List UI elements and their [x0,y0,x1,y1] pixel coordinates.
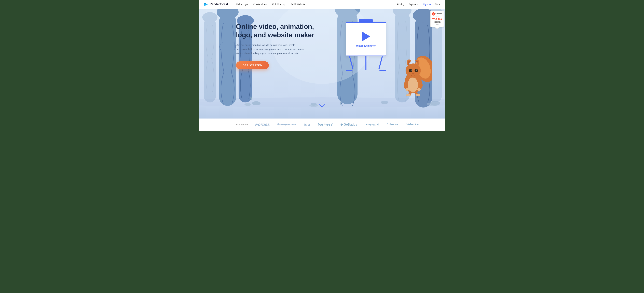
play-icon [362,32,370,42]
lifehacker-logo[interactable]: lifehacker [406,123,420,126]
svg-point-39 [416,72,418,74]
easel-leg-right [378,56,383,70]
logo-text: Renderforest [210,2,228,6]
brand-logos: Forbes Entrepreneur iuu businessi ⊕ GoDa… [255,122,420,127]
software-label: SOFTWARE COMPANIES [432,20,442,24]
svg-point-40 [418,74,418,74]
hero-content: Online video, animation, logo, and websi… [199,9,317,69]
nav-create-video[interactable]: Create Video [253,3,267,6]
svg-point-34 [411,70,412,70]
seen-on-section: As seen on: Forbes Entrepreneur iuu busi… [199,118,445,131]
svg-point-38 [408,74,409,74]
svg-point-36 [412,73,414,74]
nav-make-logo[interactable]: Make Logo [236,3,248,6]
easel-canvas[interactable]: Watch Explainer [346,22,386,56]
g2-logo-row: G CROWD [432,12,442,16]
explore-chevron-icon [417,4,419,5]
nav-pricing[interactable]: Pricing [397,3,404,6]
watch-explainer-label: Watch Explainer [356,44,376,47]
year-label: 2019 [432,24,442,26]
crazyegg-logo[interactable]: crazyegg ⊙ [364,123,379,126]
among-label: AMONG [432,16,442,18]
iuu-logo[interactable]: iuu [304,122,310,127]
svg-point-42 [417,88,420,91]
get-started-button[interactable]: GET STARTED [236,61,269,69]
entrepreneur-logo[interactable]: Entrepreneur [277,123,296,126]
squirrel-svg [398,48,432,96]
nav-build-website[interactable]: Build Website [291,3,305,6]
lifewire-logo[interactable]: Lifewire [387,123,398,126]
svg-point-30 [408,77,418,92]
svg-point-32 [409,69,412,72]
hero-section: G CROWD AMONG TOP 100 SOFTWARE COMPANIES… [199,9,445,118]
business-logo[interactable]: businessi [318,122,333,126]
nav-explore[interactable]: Explore [408,3,419,6]
easel-foot-right [380,70,386,71]
lang-chevron-icon [439,4,440,5]
easel-feet [344,70,388,71]
top100-label: TOP 100 [432,18,442,20]
seen-on-label: As seen on: [236,123,248,126]
svg-point-41 [406,88,409,91]
logo-link[interactable]: Renderforest [204,2,228,7]
easel-top-bar [359,19,373,22]
logo-icon [204,2,208,7]
crowd-label: CROWD [436,13,442,15]
g2-badge-inner: G CROWD AMONG TOP 100 SOFTWARE COMPANIES… [430,11,444,27]
svg-point-35 [416,70,417,70]
easel-leg-left [349,56,354,70]
scroll-down-icon[interactable] [319,102,325,108]
navbar: Renderforest Make Logo Create Video Edit… [199,0,445,9]
nav-language[interactable]: EN [435,3,440,6]
svg-point-37 [409,72,410,74]
hero-subtitle: Use our online branding tools to design … [236,43,308,55]
nav-right: Pricing Explore Sign in EN [397,3,440,6]
easel-foot-left [346,70,352,71]
hero-title: Online video, animation, logo, and websi… [236,22,317,39]
easel-leg-center [366,56,366,70]
svg-point-31 [406,64,421,78]
g2-circle-icon: G [432,12,435,16]
easel[interactable]: Watch Explainer [344,22,388,71]
nav-sign-in[interactable]: Sign in [423,3,431,6]
scroll-chevron-container[interactable] [199,102,445,107]
easel-area[interactable]: Watch Explainer [344,22,388,71]
nav-links: Make Logo Create Video Edit Mockup Build… [236,3,397,6]
forbes-logo[interactable]: Forbes [255,122,270,127]
g2-badge: G CROWD AMONG TOP 100 SOFTWARE COMPANIES… [430,11,444,27]
squirrel-character [398,48,432,96]
svg-point-33 [414,69,418,72]
nav-edit-mockup[interactable]: Edit Mockup [272,3,285,6]
godaddy-logo[interactable]: ⊕ GoDaddy [340,123,357,126]
